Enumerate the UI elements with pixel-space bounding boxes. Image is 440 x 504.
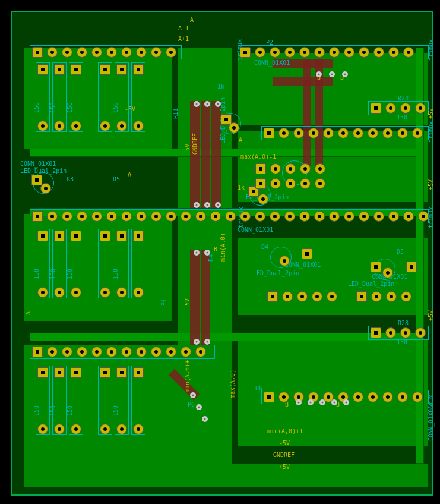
pad — [297, 291, 308, 302]
net-gndref-a: GNDREF — [192, 133, 198, 155]
ref-150-a: 150 — [33, 102, 40, 113]
pad — [37, 287, 48, 298]
pad — [133, 231, 144, 241]
trace-back — [201, 101, 210, 208]
net-neg5V-c: -5V — [184, 298, 191, 309]
pad — [71, 64, 81, 75]
pad — [47, 47, 58, 58]
pad — [54, 367, 65, 378]
ref-150-g: 150 — [67, 269, 73, 279]
net-pos5V-r3: +5V — [428, 310, 434, 321]
pad-sq — [406, 262, 417, 272]
pad — [412, 128, 423, 138]
pad — [270, 47, 280, 58]
trace-back — [190, 250, 200, 345]
pad — [373, 47, 384, 58]
via — [342, 71, 348, 77]
via — [194, 202, 200, 208]
pad — [278, 128, 289, 138]
ref-r28: R28 — [398, 320, 409, 326]
ref-d5: D5 — [397, 248, 404, 255]
pad — [285, 178, 296, 189]
via — [194, 339, 200, 345]
via — [329, 71, 335, 77]
pad — [116, 424, 127, 434]
net-neg5V-bot: -5V — [279, 440, 290, 446]
pad-sq — [302, 248, 312, 259]
ref-150-j: 150 — [50, 405, 56, 416]
pad — [270, 163, 281, 174]
pad — [293, 128, 304, 138]
via — [319, 399, 325, 405]
ref-150-n: 150 — [397, 339, 407, 345]
pad — [116, 121, 127, 131]
pad — [54, 231, 65, 241]
via — [204, 101, 210, 107]
pad — [353, 128, 363, 138]
pad — [37, 424, 48, 434]
pad — [40, 183, 51, 194]
ref-150-e: 150 — [33, 269, 40, 279]
pad — [133, 121, 144, 131]
pad — [359, 47, 369, 58]
pad — [270, 178, 281, 189]
pad — [371, 327, 381, 338]
via — [190, 392, 196, 398]
pad — [37, 231, 48, 241]
pad — [382, 267, 393, 278]
pad — [323, 128, 334, 138]
pad — [314, 211, 325, 222]
trace-back — [303, 59, 311, 166]
pad — [278, 392, 289, 402]
pad — [315, 163, 325, 174]
ref-150-i: 150 — [33, 405, 40, 416]
net-B2: B — [285, 401, 289, 408]
pad — [100, 367, 110, 378]
net-maxA0-1: max(A,0)-1 — [240, 153, 276, 160]
pad — [400, 327, 411, 338]
pad — [397, 392, 408, 402]
pad — [100, 231, 110, 241]
pad — [371, 103, 381, 114]
copper-area — [24, 464, 428, 487]
via — [296, 399, 302, 405]
ref-r5: R5 — [113, 176, 120, 182]
pad — [195, 346, 206, 357]
pad — [106, 211, 117, 222]
pad — [225, 211, 236, 222]
ref-150-d: 150 — [112, 102, 119, 113]
pad — [314, 47, 325, 58]
via — [204, 250, 210, 256]
net-B: B — [214, 246, 217, 253]
pad — [356, 291, 367, 302]
pad — [264, 392, 274, 402]
via — [308, 399, 314, 405]
ref-trimux-c: trimux — [428, 121, 434, 143]
net-A-lv: A — [25, 311, 31, 315]
pad — [151, 47, 162, 58]
via — [204, 202, 210, 208]
pad — [71, 367, 81, 378]
pad — [54, 424, 65, 434]
pad — [386, 291, 397, 302]
pad — [267, 291, 278, 302]
via — [343, 399, 349, 405]
ref-p2: P2 — [266, 39, 273, 46]
pad — [100, 64, 110, 75]
pad — [136, 211, 147, 222]
net-neg5V-a: -5V — [125, 106, 135, 112]
pad — [300, 163, 311, 174]
net-minA0+1v: min(A,0)+1 — [184, 357, 191, 392]
net-pos5V-bot: +5V — [279, 464, 290, 470]
pad — [91, 346, 102, 357]
pad — [258, 194, 268, 204]
pad — [229, 122, 239, 133]
pad — [388, 211, 399, 222]
pad — [71, 287, 81, 298]
ref-150-l: 150 — [112, 405, 119, 416]
pad — [359, 211, 369, 222]
ref-r4: R4 — [208, 254, 214, 262]
net-A3: A — [128, 171, 131, 178]
net-A+1: A+1 — [178, 36, 189, 42]
pad — [37, 121, 48, 131]
